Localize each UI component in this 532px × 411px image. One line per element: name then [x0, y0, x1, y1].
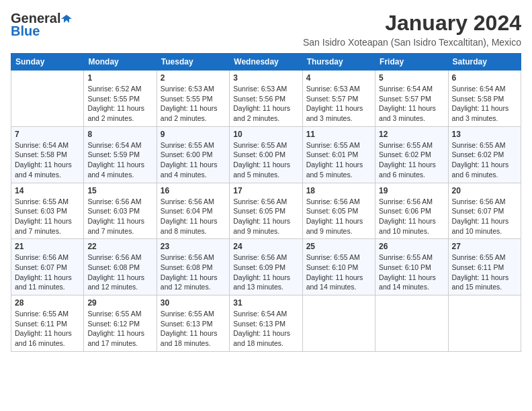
title-block: January 2024 San Isidro Xoteapan (San Is…: [303, 11, 521, 48]
day-number: 19: [379, 186, 444, 195]
calendar-cell: [11, 71, 84, 127]
calendar-cell: 28Sunrise: 6:55 AMSunset: 6:11 PMDayligh…: [11, 295, 84, 352]
day-number: 29: [87, 298, 152, 308]
calendar-cell: 23Sunrise: 6:56 AMSunset: 6:08 PMDayligh…: [157, 239, 229, 295]
day-number: 5: [379, 73, 444, 83]
day-info: Sunrise: 6:54 AMSunset: 5:57 PMDaylight:…: [379, 84, 444, 124]
day-number: 17: [233, 186, 298, 195]
day-info: Sunrise: 6:53 AMSunset: 5:55 PMDaylight:…: [161, 84, 226, 124]
day-info: Sunrise: 6:56 AMSunset: 6:08 PMDaylight:…: [87, 253, 152, 292]
day-number: 6: [452, 73, 517, 83]
day-number: 7: [15, 130, 80, 139]
day-number: 21: [15, 242, 80, 251]
day-number: 4: [306, 73, 371, 83]
calendar-cell: [302, 295, 375, 352]
day-info: Sunrise: 6:55 AMSunset: 6:02 PMDaylight:…: [452, 140, 517, 180]
calendar-cell: 15Sunrise: 6:56 AMSunset: 6:03 PMDayligh…: [84, 183, 157, 239]
day-number: 28: [15, 298, 80, 308]
day-info: Sunrise: 6:56 AMSunset: 6:08 PMDaylight:…: [161, 253, 226, 292]
calendar-cell: 2Sunrise: 6:53 AMSunset: 5:55 PMDaylight…: [157, 71, 229, 127]
svg-marker-0: [61, 15, 72, 23]
day-number: 16: [161, 186, 226, 195]
calendar-table: SundayMondayTuesdayWednesdayThursdayFrid…: [11, 53, 521, 352]
calendar-cell: [375, 295, 448, 352]
calendar-cell: 31Sunrise: 6:54 AMSunset: 6:13 PMDayligh…: [230, 295, 302, 352]
calendar-cell: 11Sunrise: 6:55 AMSunset: 6:01 PMDayligh…: [302, 126, 375, 183]
day-number: 26: [379, 242, 444, 251]
col-header-wednesday: Wednesday: [230, 54, 302, 71]
day-info: Sunrise: 6:55 AMSunset: 6:10 PMDaylight:…: [379, 253, 444, 292]
calendar-cell: 16Sunrise: 6:56 AMSunset: 6:04 PMDayligh…: [157, 183, 229, 239]
calendar-cell: 1Sunrise: 6:52 AMSunset: 5:55 PMDaylight…: [84, 71, 157, 127]
calendar-cell: 20Sunrise: 6:56 AMSunset: 6:07 PMDayligh…: [448, 183, 521, 239]
calendar-cell: [448, 295, 521, 352]
location-title: San Isidro Xoteapan (San Isidro Texcalti…: [303, 37, 521, 48]
col-header-saturday: Saturday: [448, 54, 521, 71]
calendar-cell: 25Sunrise: 6:55 AMSunset: 6:10 PMDayligh…: [302, 239, 375, 295]
calendar-body: 1Sunrise: 6:52 AMSunset: 5:55 PMDaylight…: [11, 71, 521, 352]
calendar-cell: 9Sunrise: 6:55 AMSunset: 6:00 PMDaylight…: [157, 126, 229, 183]
calendar-cell: 7Sunrise: 6:54 AMSunset: 5:58 PMDaylight…: [11, 126, 84, 183]
day-info: Sunrise: 6:55 AMSunset: 6:00 PMDaylight:…: [161, 140, 226, 180]
logo: General Blue: [11, 11, 73, 39]
calendar-cell: 5Sunrise: 6:54 AMSunset: 5:57 PMDaylight…: [375, 71, 448, 127]
calendar-cell: 18Sunrise: 6:56 AMSunset: 6:05 PMDayligh…: [302, 183, 375, 239]
day-info: Sunrise: 6:55 AMSunset: 6:11 PMDaylight:…: [15, 309, 80, 349]
day-info: Sunrise: 6:55 AMSunset: 6:12 PMDaylight:…: [87, 309, 152, 349]
calendar-cell: 22Sunrise: 6:56 AMSunset: 6:08 PMDayligh…: [84, 239, 157, 295]
day-info: Sunrise: 6:55 AMSunset: 6:03 PMDaylight:…: [15, 197, 80, 236]
calendar-header-row: SundayMondayTuesdayWednesdayThursdayFrid…: [11, 54, 521, 71]
col-header-tuesday: Tuesday: [157, 54, 229, 71]
calendar-cell: 26Sunrise: 6:55 AMSunset: 6:10 PMDayligh…: [375, 239, 448, 295]
calendar-week-1: 1Sunrise: 6:52 AMSunset: 5:55 PMDaylight…: [11, 71, 521, 127]
day-info: Sunrise: 6:55 AMSunset: 6:11 PMDaylight:…: [452, 253, 517, 292]
logo-bird-icon: [61, 13, 72, 24]
day-number: 8: [87, 130, 152, 139]
day-info: Sunrise: 6:56 AMSunset: 6:04 PMDaylight:…: [161, 197, 226, 236]
day-number: 23: [161, 242, 226, 251]
day-number: 30: [161, 298, 226, 308]
calendar-cell: 17Sunrise: 6:56 AMSunset: 6:05 PMDayligh…: [230, 183, 302, 239]
day-info: Sunrise: 6:55 AMSunset: 6:13 PMDaylight:…: [161, 309, 226, 349]
calendar-cell: 4Sunrise: 6:53 AMSunset: 5:57 PMDaylight…: [302, 71, 375, 127]
day-info: Sunrise: 6:55 AMSunset: 6:00 PMDaylight:…: [233, 140, 298, 180]
day-info: Sunrise: 6:56 AMSunset: 6:05 PMDaylight:…: [306, 197, 371, 236]
day-number: 3: [233, 73, 298, 83]
day-info: Sunrise: 6:56 AMSunset: 6:05 PMDaylight:…: [233, 197, 298, 236]
day-number: 22: [87, 242, 152, 251]
calendar-cell: 29Sunrise: 6:55 AMSunset: 6:12 PMDayligh…: [84, 295, 157, 352]
col-header-monday: Monday: [84, 54, 157, 71]
day-number: 2: [161, 73, 226, 83]
calendar-cell: 19Sunrise: 6:56 AMSunset: 6:06 PMDayligh…: [375, 183, 448, 239]
day-info: Sunrise: 6:53 AMSunset: 5:56 PMDaylight:…: [233, 84, 298, 124]
day-info: Sunrise: 6:55 AMSunset: 6:01 PMDaylight:…: [306, 140, 371, 180]
calendar-cell: 3Sunrise: 6:53 AMSunset: 5:56 PMDaylight…: [230, 71, 302, 127]
day-info: Sunrise: 6:54 AMSunset: 5:58 PMDaylight:…: [452, 84, 517, 124]
calendar-week-4: 21Sunrise: 6:56 AMSunset: 6:07 PMDayligh…: [11, 239, 521, 295]
day-info: Sunrise: 6:55 AMSunset: 6:02 PMDaylight:…: [379, 140, 444, 180]
calendar-cell: 8Sunrise: 6:54 AMSunset: 5:59 PMDaylight…: [84, 126, 157, 183]
calendar-cell: 24Sunrise: 6:56 AMSunset: 6:09 PMDayligh…: [230, 239, 302, 295]
day-number: 18: [306, 186, 371, 195]
col-header-friday: Friday: [375, 54, 448, 71]
day-info: Sunrise: 6:56 AMSunset: 6:07 PMDaylight:…: [15, 253, 80, 292]
calendar-cell: 21Sunrise: 6:56 AMSunset: 6:07 PMDayligh…: [11, 239, 84, 295]
calendar-week-5: 28Sunrise: 6:55 AMSunset: 6:11 PMDayligh…: [11, 295, 521, 352]
page-header: General Blue January 2024 San Isidro Xot…: [11, 11, 521, 48]
day-info: Sunrise: 6:54 AMSunset: 5:59 PMDaylight:…: [87, 140, 152, 180]
day-info: Sunrise: 6:53 AMSunset: 5:57 PMDaylight:…: [306, 84, 371, 124]
day-number: 1: [87, 73, 152, 83]
day-info: Sunrise: 6:56 AMSunset: 6:06 PMDaylight:…: [379, 197, 444, 236]
day-number: 27: [452, 242, 517, 251]
day-number: 31: [233, 298, 298, 308]
col-header-thursday: Thursday: [302, 54, 375, 71]
calendar-cell: 12Sunrise: 6:55 AMSunset: 6:02 PMDayligh…: [375, 126, 448, 183]
day-number: 25: [306, 242, 371, 251]
day-number: 15: [87, 186, 152, 195]
calendar-cell: 27Sunrise: 6:55 AMSunset: 6:11 PMDayligh…: [448, 239, 521, 295]
day-number: 13: [452, 130, 517, 139]
day-number: 11: [306, 130, 371, 139]
calendar-week-2: 7Sunrise: 6:54 AMSunset: 5:58 PMDaylight…: [11, 126, 521, 183]
calendar-cell: 13Sunrise: 6:55 AMSunset: 6:02 PMDayligh…: [448, 126, 521, 183]
day-info: Sunrise: 6:55 AMSunset: 6:10 PMDaylight:…: [306, 253, 371, 292]
